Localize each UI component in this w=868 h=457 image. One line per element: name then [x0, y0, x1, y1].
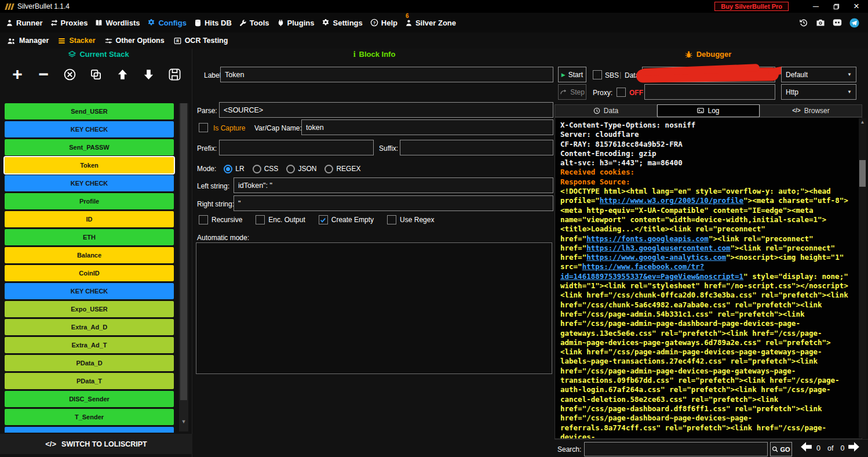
suffix-input[interactable] — [400, 140, 553, 155]
proxy-input[interactable] — [644, 84, 775, 100]
step-button[interactable]: Step — [558, 84, 586, 100]
prefix-input[interactable] — [219, 140, 374, 155]
scroll-up-button[interactable]: ▲ — [859, 119, 866, 125]
label-input[interactable] — [220, 67, 553, 82]
wordlist-type-dropdown[interactable]: Default ▼ — [781, 67, 856, 82]
stack-block-profile[interactable]: Profile — [5, 193, 174, 209]
stack-block-key-check[interactable]: KEY CHECK — [5, 283, 174, 299]
mode-radio-regex[interactable]: REGEX — [324, 165, 360, 173]
add-block-button[interactable]: + — [8, 64, 27, 85]
sbs-checkbox[interactable] — [593, 70, 602, 79]
discord-button[interactable] — [831, 17, 843, 28]
scrollbar-thumb[interactable] — [180, 103, 187, 400]
option-enc-output[interactable]: Enc. Output — [256, 215, 305, 224]
clear-stack-button[interactable] — [61, 64, 79, 85]
stack-block-expo-user[interactable]: Expo_USER — [5, 301, 174, 317]
stack-block-balance[interactable]: Balance — [5, 247, 174, 263]
option-create-empty[interactable]: Create Empty — [319, 215, 374, 224]
menu-item-configs[interactable]: Configs — [147, 19, 186, 27]
previous-match-button[interactable] — [800, 441, 812, 452]
submenu-item-other-options[interactable]: Other Options — [105, 37, 165, 45]
stack-block-empty[interactable] — [5, 427, 174, 433]
stack-block-pdata-t[interactable]: PData_T — [5, 373, 174, 389]
debugger-log[interactable]: X-Content-Type-Options: nosniffServer: c… — [555, 117, 862, 439]
start-button[interactable]: ▶ Start — [558, 67, 586, 82]
right-string-input[interactable] — [234, 195, 553, 211]
mode-radio-json[interactable]: JSON — [286, 165, 316, 173]
parse-source-input[interactable] — [219, 102, 553, 118]
varcap-name-input[interactable] — [301, 119, 553, 135]
mode-radio-css[interactable]: CSS — [253, 165, 279, 173]
stack-block-coinid[interactable]: CoinID — [5, 265, 174, 281]
menu-item-hits-db[interactable]: Hits DB — [194, 19, 232, 27]
option-label: Recursive — [211, 216, 242, 224]
proxy-checkbox[interactable] — [617, 88, 626, 97]
search-input[interactable] — [584, 442, 768, 456]
tab-log[interactable]: Log — [657, 104, 760, 117]
scroll-down-button[interactable]: ▼ — [179, 419, 188, 425]
menu-item-tools[interactable]: Tools — [239, 19, 269, 27]
menu-item-proxies[interactable]: Proxies — [50, 19, 88, 27]
history-button[interactable] — [798, 17, 809, 28]
proxy-label: Proxy: — [593, 89, 612, 97]
log-header-line: Content-Encoding: gzip — [560, 149, 849, 158]
stack-block-key-check[interactable]: KEY CHECK — [5, 175, 174, 191]
url-link[interactable]: https://www.facebook.com/tr?id=146188975… — [560, 262, 743, 280]
proxy-type-dropdown[interactable]: Http ▼ — [781, 84, 856, 100]
stack-block-disc-sender[interactable]: DISC_Sender — [5, 391, 174, 407]
search-go-button[interactable]: GO — [770, 442, 792, 456]
mode-radio-lr[interactable]: LR — [224, 165, 244, 173]
submenu-item-label: Stacker — [69, 37, 95, 45]
tab-data[interactable]: Data — [555, 104, 657, 117]
stack-block-extra-ad-t[interactable]: Extra_Ad_T — [5, 337, 174, 353]
minimize-button[interactable]: ─ — [808, 1, 824, 12]
svg-text:?: ? — [373, 20, 376, 26]
mode-row: Mode: LRCSSJSONREGEX — [197, 163, 360, 175]
close-button[interactable]: × — [848, 1, 865, 12]
move-down-button[interactable] — [140, 64, 158, 85]
url-link[interactable]: http://www.w3.org/2005/10/profile — [600, 196, 743, 205]
move-up-button[interactable] — [113, 64, 132, 85]
menu-item-plugins[interactable]: Plugins — [277, 19, 315, 27]
stack-block-t-sender[interactable]: T_Sender — [5, 409, 174, 425]
stack-block-id[interactable]: ID — [5, 211, 174, 227]
menu-item-help[interactable]: ?Help — [370, 19, 397, 27]
stack-block-send-user[interactable]: Send_USER — [5, 103, 174, 119]
tab-browser[interactable]: </>Browser — [760, 104, 862, 117]
scrollbar-thumb[interactable] — [859, 160, 866, 187]
option-recursive[interactable]: Recursive — [199, 215, 242, 224]
next-match-button[interactable] — [848, 441, 860, 452]
stack-scrollbar[interactable]: ▼ — [179, 103, 188, 431]
log-received-cookies: Received cookies: — [560, 168, 849, 177]
maximize-button[interactable] — [828, 1, 844, 12]
option-use-regex[interactable]: Use Regex — [387, 215, 434, 224]
duplicate-block-button[interactable] — [87, 64, 105, 85]
submenu-item-ocr-testing[interactable]: ROCR Testing — [174, 37, 228, 45]
is-capture-checkbox[interactable] — [199, 123, 208, 132]
buy-pro-button[interactable]: Buy SilverBullet Pro — [714, 2, 789, 11]
stack-block-sent-passw[interactable]: Sent_PASSW — [5, 139, 174, 155]
submenu-item-stacker[interactable]: Stacker — [58, 37, 95, 45]
menu-item-runner[interactable]: Runner — [6, 19, 43, 27]
telegram-button[interactable] — [848, 17, 860, 28]
submenu-item-manager[interactable]: Manager — [7, 37, 49, 45]
stack-block-pdata-d[interactable]: PData_D — [5, 355, 174, 371]
url-link[interactable]: https://lh3.googleusercontent.com — [586, 244, 730, 252]
url-link[interactable]: https://fonts.googleapis.com — [586, 234, 709, 243]
menu-item-silver-zone[interactable]: 6Silver Zone — [405, 19, 456, 27]
switch-to-loliscript-button[interactable]: </> SWITCH TO LOLISCRIPT — [0, 434, 192, 454]
stack-block-key-check[interactable]: KEY CHECK — [5, 121, 174, 137]
menu-item-wordlists[interactable]: Wordlists — [95, 19, 140, 27]
url-link[interactable]: https://www.google-analytics.com — [586, 253, 726, 262]
stack-block-eth[interactable]: ETH — [5, 229, 174, 245]
save-config-button[interactable] — [166, 64, 184, 85]
log-header-line: CF-RAY: 8157618cc84a9b52-FRA — [560, 140, 849, 149]
menu-item-settings[interactable]: Settings — [322, 19, 362, 27]
log-scrollbar[interactable]: ▲ — [859, 118, 866, 438]
stack-block-extra-ad-d[interactable]: Extra_Ad_D — [5, 319, 174, 335]
remove-block-button[interactable]: − — [34, 64, 53, 85]
stack-block-token[interactable]: Token — [5, 157, 174, 173]
automatic-mode-textarea[interactable] — [196, 242, 552, 374]
left-string-input[interactable] — [234, 177, 553, 193]
camera-button[interactable] — [815, 17, 826, 28]
